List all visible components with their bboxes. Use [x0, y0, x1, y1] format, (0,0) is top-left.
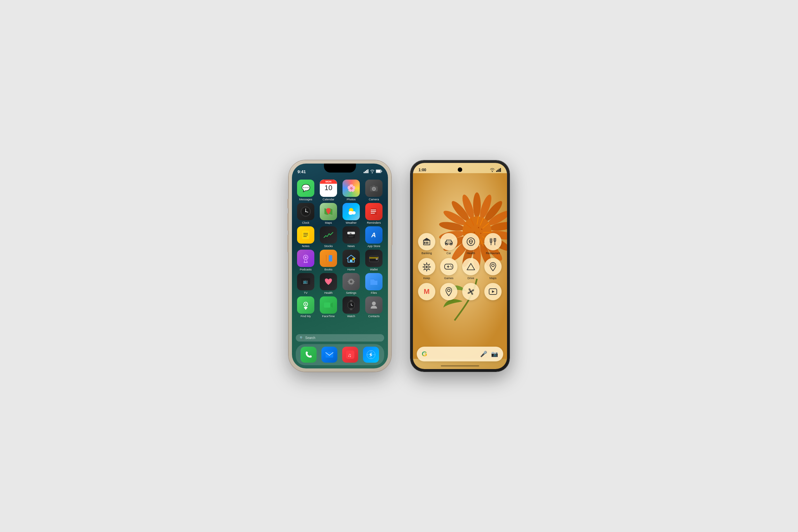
app-camera[interactable]: Camera: [364, 179, 384, 201]
calendar-day: MON: [320, 179, 337, 184]
home-icon: [342, 250, 360, 267]
news-label: News: [348, 245, 355, 248]
pixel-device: 1:00 Banking: [410, 160, 510, 372]
app-row-4: Podcasts Books Home: [296, 250, 384, 271]
reminders-icon: [365, 203, 382, 220]
iphone-device: 9:41 💬 M: [289, 160, 391, 372]
pixel-app-health[interactable]: Health: [461, 233, 480, 255]
app-facetime[interactable]: FaceTime: [319, 297, 339, 318]
svg-marker-137: [492, 290, 495, 293]
app-photos[interactable]: 🌸 Photos: [341, 179, 361, 201]
pixel-app-banking[interactable]: Banking: [417, 233, 436, 255]
home-label: Home: [347, 268, 355, 271]
app-notes[interactable]: Notes: [296, 226, 316, 248]
app-row-2: Clock Maps Weather: [296, 203, 384, 224]
pixel-app-car[interactable]: Car: [439, 233, 458, 255]
settings-icon: [342, 273, 360, 290]
calendar-date: 10: [325, 184, 332, 191]
app-news[interactable]: N News: [341, 226, 361, 248]
dock-music[interactable]: ♫: [341, 347, 359, 363]
pixel-app-gmail[interactable]: M: [417, 283, 436, 302]
app-messages[interactable]: 💬 Messages: [296, 179, 316, 201]
iphone-search-bar[interactable]: 🔍 Search: [296, 334, 384, 342]
calendar-label: Calendar: [323, 198, 335, 201]
app-reminders[interactable]: Reminders: [364, 203, 384, 224]
pixel-search-icons: 🎤 📷: [480, 350, 498, 358]
app-weather[interactable]: Weather: [341, 203, 361, 224]
app-files[interactable]: Files: [364, 273, 384, 294]
svg-point-23: [371, 213, 372, 214]
svg-point-53: [350, 280, 353, 283]
app-findmy[interactable]: Find My: [296, 297, 316, 318]
clock-label: Clock: [302, 221, 309, 224]
games-icon: [440, 258, 457, 275]
calendar-icon: MON 10: [320, 179, 337, 197]
pixel-app-maps2[interactable]: [439, 283, 458, 302]
svg-rect-65: [325, 352, 333, 358]
app-watch[interactable]: Watch: [341, 297, 361, 318]
app-health[interactable]: Health: [319, 273, 339, 294]
pixel-content: 1:00 Banking: [413, 163, 507, 369]
games-label: Games: [444, 277, 453, 280]
restaurant-icon: [484, 233, 501, 250]
app-maps[interactable]: Maps: [319, 203, 339, 224]
app-row-1: 💬 Messages MON 10 Calendar: [296, 179, 384, 201]
pixel-wifi-icon: [490, 168, 495, 172]
app-wallet[interactable]: Wallet: [364, 250, 384, 271]
stocks-icon: [320, 226, 337, 244]
app-stocks[interactable]: Stocks: [319, 226, 339, 248]
app-clock[interactable]: Clock: [296, 203, 316, 224]
pixel-app-youtube[interactable]: [484, 283, 502, 302]
notes-label: Notes: [302, 245, 309, 248]
dock-mail[interactable]: [320, 347, 339, 363]
pixel-status-icons: [490, 168, 501, 172]
app-home[interactable]: Home: [341, 250, 361, 271]
app-appstore[interactable]: A App Store: [364, 226, 384, 248]
app-row-5: 📺 TV Health Settings: [296, 273, 384, 294]
safari-icon: [363, 347, 379, 363]
svg-rect-3: [367, 169, 368, 173]
pixel-health-label: Health: [467, 252, 475, 255]
pixel-home-indicator[interactable]: [441, 365, 479, 366]
pixel-maps-icon: [484, 258, 501, 275]
pixel-app-keep[interactable]: Keep: [417, 258, 436, 280]
app-row-3: Notes Stocks N News: [296, 226, 384, 248]
facetime-icon: [320, 297, 337, 314]
iphone-time: 9:41: [298, 169, 306, 174]
svg-rect-6: [381, 171, 382, 172]
search-icon: 🔍: [300, 336, 303, 340]
app-podcasts[interactable]: Podcasts: [296, 250, 316, 271]
svg-rect-5: [376, 170, 381, 173]
app-contacts[interactable]: Contacts: [364, 297, 384, 318]
svg-rect-0: [364, 172, 365, 173]
pixel-app-fan[interactable]: [461, 283, 480, 302]
mic-icon[interactable]: 🎤: [480, 350, 487, 358]
dock-safari[interactable]: [362, 347, 380, 363]
scene: 9:41 💬 M: [276, 148, 522, 384]
mute-button: [287, 199, 289, 208]
app-settings[interactable]: Settings: [341, 273, 361, 294]
svg-rect-56: [324, 303, 330, 308]
lens-icon[interactable]: 📷: [491, 350, 498, 358]
podcasts-icon: [297, 250, 314, 267]
svg-point-35: [305, 256, 307, 258]
car-label: Car: [446, 252, 451, 255]
svg-rect-116: [426, 242, 427, 244]
pixel-search-bar[interactable]: G 🎤 📷: [417, 347, 503, 361]
contacts-icon: [365, 297, 382, 314]
wallet-label: Wallet: [370, 268, 378, 271]
pixel-app-restaurant[interactable]: Restaurant: [484, 233, 502, 255]
appstore-label: App Store: [367, 245, 380, 248]
tv-label: TV: [304, 291, 308, 294]
app-tv[interactable]: 📺 TV: [296, 273, 316, 294]
pixel-app-drive[interactable]: Drive: [461, 258, 480, 280]
pixel-app-games[interactable]: Games: [439, 258, 458, 280]
dock-phone[interactable]: [300, 347, 318, 363]
pixel-row-1: Banking Car Health: [417, 233, 502, 255]
files-icon: [365, 273, 382, 290]
fan-icon: [462, 283, 479, 300]
app-books[interactable]: Books: [319, 250, 339, 271]
pixel-screen: 1:00 Banking: [413, 163, 507, 369]
pixel-app-maps[interactable]: Maps: [484, 258, 502, 280]
app-calendar[interactable]: MON 10 Calendar: [319, 179, 339, 201]
